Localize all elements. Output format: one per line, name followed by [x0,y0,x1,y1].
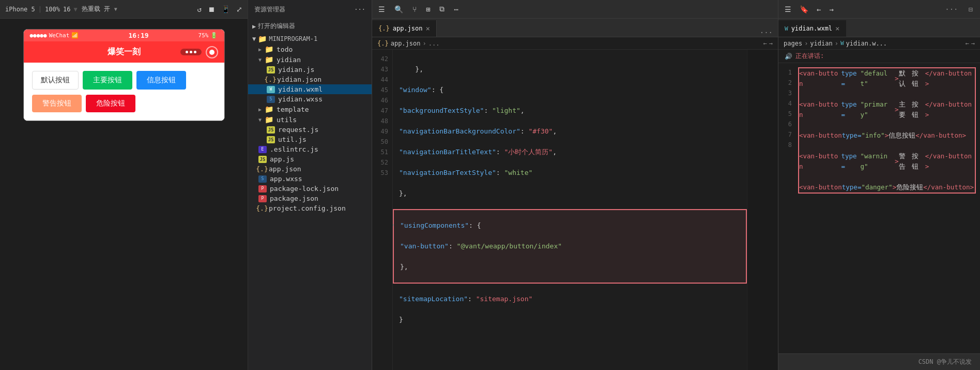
explorer-more-icon[interactable]: ··· [354,6,365,13]
split-icon[interactable]: ⊟ [966,5,976,13]
file-app-json[interactable]: {.} app.json [248,164,372,174]
tab-close-right-icon[interactable]: × [835,24,839,33]
right-code-body: 1 2 3 4 5 6 7 8 <van-button type="defaul… [778,63,980,353]
toolbar-left: iPhone 5 | 100% 16 ▼ [5,6,78,13]
tab-yidian-wxml-label: yidian.wxml [791,25,832,32]
file-yidian-wxml[interactable]: W yidian.wxml [248,84,372,94]
tab-close-icon[interactable]: × [425,24,430,33]
folder-todo[interactable]: ▶ 📁 todo [248,44,372,54]
yidian-js-label: yidian.js [278,66,314,73]
btn-danger[interactable]: 危险按钮 [86,95,135,112]
eslint-icon: E [258,146,267,153]
status-right: 75% 🔋 [198,32,218,39]
toolbar-icons: ↺ ⏹ 📱 ⤢ [197,5,242,13]
file-explorer: 资源管理器 ··· ▶ 打开的编辑器 ▼ 📁 MINIPROGRAM-1 ▶ 📁… [248,0,372,370]
btn-default[interactable]: 默认按钮 [32,71,79,90]
file-yidian-wxss[interactable]: S yidian.wxss [248,94,372,104]
code-line-51: }, [400,262,740,272]
editor-more-icon[interactable]: ··· [755,28,778,37]
code-line-46: "navigationBarTitleText": "小时个人简历", [399,147,741,157]
nav-back-icon-right[interactable]: ← [815,4,823,14]
chevron-right-icon: ▶ [258,107,262,112]
nav-forward-right[interactable]: → [971,40,975,47]
right-more-icon[interactable]: ··· [942,5,961,13]
breadcrumb-file[interactable]: app.json [391,40,421,47]
bookmark-icon[interactable]: 🔖 [798,4,810,14]
tab-app-json[interactable]: {.} app.json × [372,20,437,37]
breadcrumb-wxml-icon: W [840,40,844,47]
miniprogram-section: ▼ 📁 MINIPROGRAM-1 ▶ 📁 todo ▼ 📁 yidian JS… [248,34,372,213]
right-code-content: <van-button type="default">默认 按钮</van-bu… [794,63,980,353]
template-folder-icon: 📁 [265,105,273,113]
package-label: package.json [270,195,318,202]
stop-icon[interactable]: ⏹ [208,5,215,13]
speaking-header: 🔊 正在讲话: [778,50,980,63]
miniprogram-label: MINIPROGRAM-1 [269,35,317,42]
file-yidian-json[interactable]: {.} yidian.json [248,75,372,84]
nav-forward-icon[interactable]: → [769,40,773,47]
right-footer: CSDN @争儿不说发 [778,353,980,370]
copy-icon[interactable]: ⧉ [437,4,447,14]
grid-icon[interactable]: ⊞ [424,4,432,14]
mobile-icon[interactable]: 📱 [221,5,230,13]
right-code-line-1: <van-button type="default">默认 按钮</van-bu… [799,68,975,89]
miniprogram-header[interactable]: ▼ 📁 MINIPROGRAM-1 [248,34,372,44]
folder-template[interactable]: ▶ 📁 template [248,104,372,114]
phone-header: 爆笑一刻 [24,41,224,63]
fold-49[interactable]: ▼ [393,220,394,231]
open-editors-label: 打开的编辑器 [258,22,295,31]
file-yidian-js[interactable]: JS yidian.js [248,65,372,75]
breadcrumb-yidian: yidian [810,40,832,47]
file-package[interactable]: P package.json [248,194,372,203]
folder-yidian[interactable]: ▼ 📁 yidian [248,54,372,65]
hamburger-icon-right[interactable]: ☰ [783,4,793,14]
file-app-wxss[interactable]: S app.wxss [248,174,372,184]
file-package-lock[interactable]: P package-lock.json [248,184,372,194]
file-request-js[interactable]: JS request.js [248,125,372,135]
open-editors-header[interactable]: ▶ 打开的编辑器 [248,21,372,32]
pkg-icon: P [258,195,267,202]
right-breadcrumb: pages › yidian › W yidian.w... ← → [778,37,980,50]
code-line-52: "sitemapLocation": "sitemap.json" [399,294,741,304]
nav-back-right[interactable]: ← [966,40,969,47]
right-code-line-5: <van-button type="danger">危险接 钮</van-but… [799,182,975,193]
right-line-numbers: 1 2 3 4 5 6 7 8 [778,63,794,353]
refresh-icon[interactable]: ↺ [197,5,202,13]
time-display: 16:19 [128,32,148,39]
right-code-line-4: <van-button type="warning">警告 按钮</van-bu… [799,151,975,172]
breadcrumb-wxml-file[interactable]: yidian.w... [846,40,887,47]
header-dots[interactable] [180,49,202,55]
record-button[interactable] [206,46,218,58]
code-line-44: "backgroundTextStyle": "light", [399,106,741,116]
more-icon[interactable]: ⋯ [452,4,460,14]
file-util-js[interactable]: JS util.js [248,135,372,144]
nav-back-icon[interactable]: ← [763,40,767,47]
dot-1 [186,51,188,53]
eslintrc-label: .eslintrc.js [270,145,318,153]
search-icon[interactable]: 🔍 [392,4,405,14]
file-eslintrc[interactable]: E .eslintrc.js [248,144,372,154]
file-project-config[interactable]: {.} project.config.json [248,203,372,213]
folder-utils[interactable]: ▼ 📁 utils [248,114,372,125]
nav-forward-icon-right[interactable]: → [827,4,835,14]
expand-icon[interactable]: ⤢ [236,5,242,13]
code-line-49: ▼ "usingComponents": { [400,220,740,231]
status-left: ●●●●● WeChat 📶 [30,32,79,39]
tab-yidian-wxml[interactable]: W yidian.wxml × [778,20,846,37]
file-app-js[interactable]: JS app.js [248,154,372,164]
template-label: template [277,106,309,113]
code-line-43: ▼ "window": { [399,85,741,95]
btn-primary[interactable]: 主要按钮 [83,71,132,90]
right-highlight-box: <van-button type="default">默认 按钮</van-bu… [798,67,976,194]
chevron-right-icon: ▶ [258,47,262,52]
tab-app-json-label: app.json [393,25,423,32]
btn-info[interactable]: 信息按钮 [136,71,186,90]
json-icon: {.} [258,205,266,212]
hotreload-label[interactable]: 热重载 开 [82,5,110,13]
hamburger-icon[interactable]: ☰ [376,4,387,14]
button-row-2: 警告按钮 危险按钮 [32,95,216,112]
branch-icon[interactable]: ⑂ [410,4,419,14]
btn-warning[interactable]: 警告按钮 [32,95,82,112]
device-label: iPhone 5 [5,6,35,13]
button-row-1: 默认按钮 主要按钮 信息按钮 [32,71,216,90]
